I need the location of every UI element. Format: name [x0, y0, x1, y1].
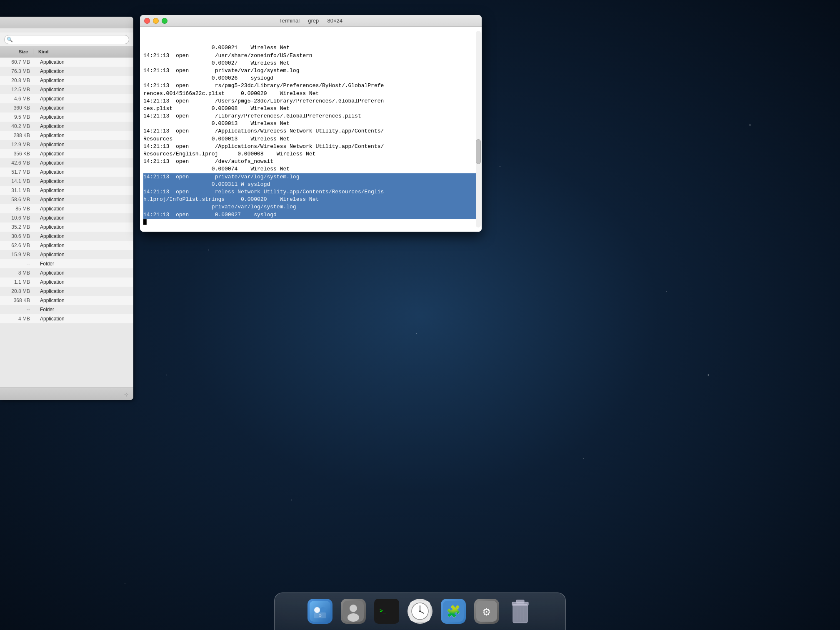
terminal-line: 14:21:13 open /Users/pmg5-23dc/Library/P…: [143, 98, 478, 105]
finder-row[interactable]: 15.9 MBApplication: [0, 250, 133, 259]
finder-row[interactable]: 14.1 MBApplication: [0, 177, 133, 186]
finder-row[interactable]: 60.7 MBApplication: [0, 58, 133, 67]
search-input[interactable]: [4, 35, 129, 44]
finder-window: 🔍 Size Kind 60.7 MBApplication76.3 MBApp…: [0, 17, 133, 400]
terminal-line: █: [143, 219, 478, 226]
finder-row[interactable]: 10.6 MBApplication: [0, 213, 133, 222]
user-dock-icon: [341, 599, 366, 624]
finder-row[interactable]: --Folder: [0, 259, 133, 268]
kind-column-header[interactable]: Kind: [33, 49, 133, 54]
close-button[interactable]: [144, 18, 150, 24]
row-kind: Application: [35, 252, 132, 258]
row-size: 12.9 MB: [2, 142, 35, 148]
finder-row[interactable]: 4.6 MBApplication: [0, 94, 133, 103]
terminal-line: 14:21:13 open private/var/log/system.log: [143, 173, 478, 181]
finder-dock-icon: ☺: [308, 599, 332, 624]
row-size: 4.6 MB: [2, 96, 35, 102]
finder-row[interactable]: 356 KBApplication: [0, 149, 133, 158]
row-size: 4 MB: [2, 316, 35, 322]
maximize-button[interactable]: [162, 18, 168, 24]
svg-text:🧩: 🧩: [446, 605, 461, 618]
finder-row[interactable]: 1.1 MBApplication: [0, 278, 133, 287]
finder-row[interactable]: 85 MBApplication: [0, 204, 133, 213]
row-size: --: [2, 261, 35, 267]
row-kind: Application: [35, 206, 132, 212]
terminal-line: Resources/English.lproj 0.000008 Wireles…: [143, 150, 478, 158]
terminal-dock-icon: >_: [374, 599, 399, 624]
finder-row[interactable]: 51.7 MBApplication: [0, 168, 133, 177]
dock-item-tools[interactable]: ⚙: [472, 597, 501, 626]
row-size: 42.6 MB: [2, 160, 35, 166]
minimize-button[interactable]: [153, 18, 159, 24]
finder-row[interactable]: 8 MBApplication: [0, 268, 133, 278]
finder-row[interactable]: 360 KBApplication: [0, 103, 133, 112]
row-size: 12.5 MB: [2, 87, 35, 92]
svg-rect-21: [516, 600, 524, 603]
row-kind: Application: [35, 96, 132, 102]
row-kind: Application: [35, 78, 132, 83]
row-kind: Application: [35, 224, 132, 230]
finder-search-bar: 🔍: [0, 32, 133, 47]
dock-item-clock[interactable]: [405, 597, 435, 626]
finder-row[interactable]: 20.8 MBApplication: [0, 287, 133, 296]
row-size: 51.7 MB: [2, 169, 35, 175]
terminal-line: 14:21:13 open /Applications/Wireless Net…: [143, 143, 478, 150]
finder-row[interactable]: 42.6 MBApplication: [0, 158, 133, 168]
size-column-header[interactable]: Size: [0, 49, 33, 54]
window-buttons: [144, 18, 168, 24]
finder-row[interactable]: 76.3 MBApplication: [0, 67, 133, 76]
finder-row[interactable]: 31.1 MBApplication: [0, 186, 133, 195]
row-kind: Folder: [35, 307, 132, 312]
row-size: 35.2 MB: [2, 224, 35, 230]
finder-row[interactable]: --Folder: [0, 305, 133, 314]
finder-row[interactable]: 9.5 MBApplication: [0, 112, 133, 122]
puzzle-dock-icon: 🧩: [441, 599, 466, 624]
svg-point-6: [350, 605, 357, 612]
resize-handle[interactable]: ⊹: [124, 392, 129, 397]
row-kind: Application: [35, 242, 132, 248]
svg-text:>_: >_: [380, 608, 386, 614]
svg-text:⚙: ⚙: [482, 606, 491, 618]
svg-point-2: [320, 607, 326, 613]
finder-row[interactable]: 12.5 MBApplication: [0, 85, 133, 94]
row-size: 356 KB: [2, 151, 35, 157]
row-kind: Application: [35, 68, 132, 74]
clock-dock-icon: [408, 599, 432, 624]
finder-row[interactable]: 58.6 MBApplication: [0, 195, 133, 204]
finder-row[interactable]: 20.8 MBApplication: [0, 76, 133, 85]
finder-row[interactable]: 368 KBApplication: [0, 296, 133, 305]
dock-item-puzzle[interactable]: 🧩: [439, 597, 468, 626]
dock-item-trash[interactable]: [505, 597, 535, 626]
row-kind: Folder: [35, 261, 132, 267]
trash-dock-icon: [508, 599, 532, 624]
row-size: 1.1 MB: [2, 279, 35, 285]
row-kind: Application: [35, 142, 132, 148]
finder-row[interactable]: 40.2 MBApplication: [0, 122, 133, 131]
terminal-titlebar: Terminal — grep — 80×24: [140, 15, 482, 27]
dock-item-user[interactable]: [339, 597, 368, 626]
finder-row[interactable]: 35.2 MBApplication: [0, 222, 133, 232]
finder-row[interactable]: 12.9 MBApplication: [0, 140, 133, 149]
terminal-line: 0.000311 W syslogd: [143, 181, 478, 188]
row-kind: Application: [35, 132, 132, 138]
svg-rect-0: [310, 601, 330, 622]
finder-column-headers: Size Kind: [0, 46, 133, 58]
finder-statusbar: ⊹: [0, 388, 133, 400]
terminal-content: 0.000021 Wireless Net 14:21:13 open /usr…: [143, 29, 478, 226]
row-kind: Application: [35, 188, 132, 193]
finder-row[interactable]: 4 MBApplication: [0, 314, 133, 323]
terminal-body[interactable]: 0.000021 Wireless Net 14:21:13 open /usr…: [140, 27, 482, 232]
finder-row[interactable]: 288 KBApplication: [0, 131, 133, 140]
dock-item-terminal[interactable]: >_: [372, 597, 401, 626]
finder-row[interactable]: 62.6 MBApplication: [0, 241, 133, 250]
svg-point-1: [314, 607, 320, 613]
terminal-title: Terminal — grep — 80×24: [279, 18, 342, 24]
row-kind: Application: [35, 178, 132, 184]
scrollbar-thumb[interactable]: [476, 139, 481, 164]
scrollbar[interactable]: [476, 31, 481, 228]
finder-row[interactable]: 30.6 MBApplication: [0, 232, 133, 241]
dock-item-finder[interactable]: ☺: [305, 597, 335, 626]
row-size: 360 KB: [2, 105, 35, 111]
terminal-line: 14:21:13 open reless Network Utility.app…: [143, 188, 478, 196]
terminal-line: 0.000026 syslogd: [143, 75, 478, 82]
